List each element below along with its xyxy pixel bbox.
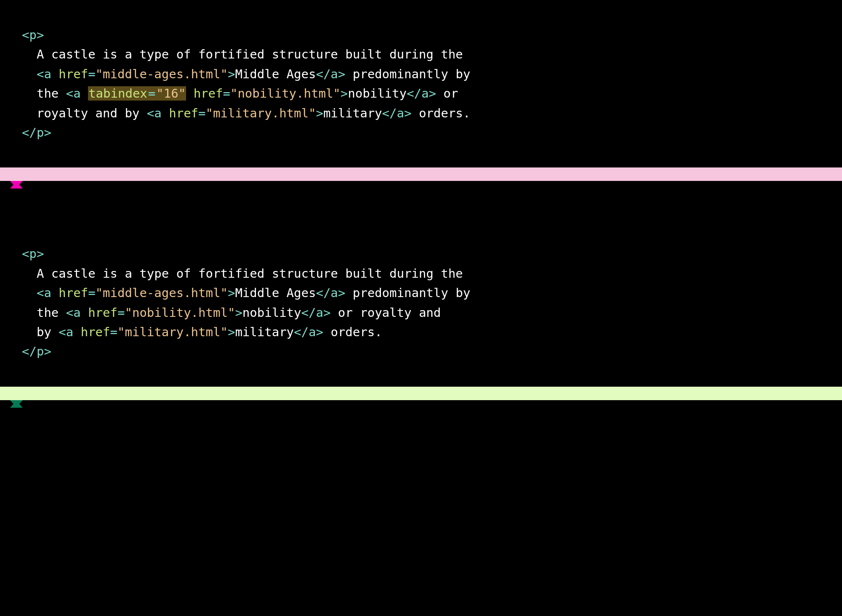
code-token: <p> xyxy=(22,28,44,42)
code-token: a xyxy=(73,305,88,320)
code-token: a xyxy=(73,86,88,101)
spacer xyxy=(0,189,842,219)
code-token: </a> xyxy=(316,67,345,81)
code-token: > xyxy=(341,86,348,101)
code-token: or royalty and xyxy=(330,305,441,320)
code-token: or xyxy=(436,86,458,101)
code-token: = xyxy=(117,305,125,320)
code-token: A castle is a type of fortified structur… xyxy=(37,47,463,61)
divider-bad xyxy=(0,167,842,181)
code-pre-good: <p> A castle is a type of fortified stru… xyxy=(22,244,820,361)
code-token: href xyxy=(169,106,198,120)
code-token: < xyxy=(66,305,73,320)
code-token: = xyxy=(198,106,205,120)
code-token: < xyxy=(66,86,73,101)
code-token: Middle Ages xyxy=(235,67,316,81)
code-token: = xyxy=(88,286,95,300)
chevron-down-icon xyxy=(10,181,23,189)
code-token: </a> xyxy=(301,305,331,320)
code-token: </a> xyxy=(382,106,412,120)
code-token: orders. xyxy=(323,325,382,339)
code-token: > xyxy=(228,286,235,300)
code-token: = xyxy=(110,325,117,339)
svg-marker-0 xyxy=(10,181,23,189)
code-token: orders. xyxy=(411,106,470,120)
code-token: = xyxy=(88,67,95,81)
code-token: a xyxy=(44,286,59,300)
code-token: "military.html" xyxy=(206,106,316,120)
code-token: < xyxy=(147,106,154,120)
page-root: <p> A castle is a type of fortified stru… xyxy=(0,0,842,409)
code-token: </a> xyxy=(294,325,323,339)
chevron-down-icon xyxy=(10,400,23,408)
code-token: "middle-ages.html" xyxy=(96,67,228,81)
code-token: a xyxy=(44,67,59,81)
code-token: nobility xyxy=(242,305,301,320)
code-token: "16" xyxy=(156,86,186,101)
code-token: <p> xyxy=(22,247,44,261)
code-token: </a> xyxy=(316,286,345,300)
code-token: < xyxy=(37,67,44,81)
code-token: "nobility.html" xyxy=(125,305,235,320)
code-token: = xyxy=(148,86,156,101)
code-token: > xyxy=(316,106,323,120)
code-token: href xyxy=(88,305,117,320)
marker-bad xyxy=(0,181,842,189)
code-token: the xyxy=(37,305,66,320)
code-token: military xyxy=(235,325,294,339)
code-pre-bad: <p> A castle is a type of fortified stru… xyxy=(22,25,820,142)
divider-good xyxy=(0,387,842,400)
code-token: < xyxy=(59,325,66,339)
code-token: > xyxy=(228,67,235,81)
marker-good xyxy=(0,400,842,409)
code-token: a xyxy=(66,325,81,339)
code-token: href xyxy=(81,325,110,339)
code-token: predominantly by xyxy=(345,286,470,300)
code-token: "middle-ages.html" xyxy=(96,286,228,300)
code-token: </p> xyxy=(22,344,51,358)
code-token: "military.html" xyxy=(117,325,228,339)
code-token: href xyxy=(59,286,88,300)
code-token: the xyxy=(37,86,66,101)
code-token: military xyxy=(323,106,382,120)
code-token: tabindex xyxy=(88,86,148,101)
code-token: by xyxy=(37,325,59,339)
code-example-good: <p> A castle is a type of fortified stru… xyxy=(0,219,842,386)
svg-marker-1 xyxy=(10,400,23,408)
code-token: Middle Ages xyxy=(235,286,316,300)
code-token: href xyxy=(59,67,88,81)
code-token: > xyxy=(228,325,235,339)
code-token: < xyxy=(37,286,44,300)
code-token xyxy=(186,86,193,101)
code-example-bad: <p> A castle is a type of fortified stru… xyxy=(0,0,842,167)
code-token: = xyxy=(223,86,230,101)
code-token: A castle is a type of fortified structur… xyxy=(37,266,463,281)
code-token: </p> xyxy=(22,125,51,140)
code-token: href xyxy=(194,86,223,101)
code-token: nobility xyxy=(348,86,407,101)
code-token: a xyxy=(154,106,169,120)
code-token: "nobility.html" xyxy=(230,86,341,101)
code-token: predominantly by xyxy=(345,67,470,81)
code-token: </a> xyxy=(407,86,436,101)
code-token: royalty and by xyxy=(37,106,147,120)
code-token: > xyxy=(235,305,242,320)
